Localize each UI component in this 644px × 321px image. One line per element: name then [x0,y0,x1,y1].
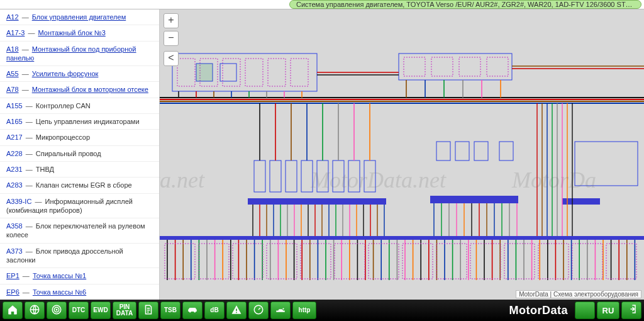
sidebar-item-a358[interactable]: A358 — Блок переключателей на рулевом ко… [0,218,159,244]
sidebar-item-ep6[interactable]: EP6 — Точка массы №6 [0,284,159,300]
exit-icon [626,303,637,317]
diagram-viewport[interactable]: + − < ta.net MotorData.net MotorDa Motor… [160,9,644,300]
brand-label: MotorData [509,304,569,317]
component-code: A358 [6,222,23,230]
sidebar-item-a283[interactable]: A283 — Клапан системы EGR в сборе [0,177,159,193]
component-name: Микропроцессор [36,133,90,141]
separator: — [20,45,31,53]
sidebar-item-a155[interactable]: A155 — Контроллер CAN [0,98,159,114]
footer-book-button[interactable] [575,301,595,319]
separator: — [24,133,35,141]
sidebar-item-a228[interactable]: A228 — Спиральный провод [0,146,159,162]
separator: — [24,166,35,173]
footer-home-button[interactable] [3,301,23,319]
svg-point-180 [282,308,284,309]
component-name: Спиральный провод [36,150,101,157]
separator: — [24,181,35,189]
target-icon [51,304,62,317]
language-button[interactable]: RU [597,301,619,319]
svg-rect-177 [236,309,237,312]
svg-point-176 [56,309,57,310]
footer-globe-button[interactable] [25,301,45,319]
component-code: A373 [6,247,23,255]
separator: — [24,150,35,157]
sidebar-item-a18[interactable]: A18 — Монтажный блок под приборной панел… [0,42,159,67]
footer-ewd-button[interactable]: EWD [91,301,111,319]
component-code: A228 [6,150,23,157]
separator: — [20,86,31,93]
footer-doc-button[interactable] [138,301,158,319]
sidebar-item-a55[interactable]: A55 — Усилитель форсунок [0,66,159,82]
button-label: DTC [72,307,86,313]
svg-rect-35 [562,198,600,205]
main: A12 — Блок управления двигателемA17-3 — … [0,9,644,300]
separator: — [24,102,35,110]
sidebar-item-a165[interactable]: A165 — Цепь управления индикаторами [0,114,159,130]
footer-tsb-button[interactable]: TSB [160,301,180,319]
footer-http-button[interactable]: http [292,301,316,319]
button-label: http [299,307,311,313]
component-name: Цепь управления индикаторами [36,118,140,125]
separator: — [24,222,35,230]
globe-icon [29,304,40,317]
component-code: A18 [6,45,19,53]
component-name: ТНВД [36,166,54,173]
component-name: Контроллер CAN [36,102,91,110]
svg-rect-9 [196,64,213,81]
separator: — [33,198,43,205]
header: Система управления двигателем, TOYOTA Ve… [0,0,644,9]
sidebar-item-a339-ic[interactable]: A339-IC — Информационный дисплей (комбин… [0,194,159,219]
component-name: Клапан системы EGR в сборе [36,181,132,189]
page-title-badge: Система управления двигателем, TOYOTA Ve… [289,0,641,9]
component-code: EP6 [6,288,19,296]
footer-target-button[interactable] [47,301,67,319]
zoom-in-button[interactable]: + [164,13,179,28]
component-code: A339-IC [6,198,31,205]
component-name: Монтажный блок №3 [38,29,105,37]
separator: — [20,13,31,21]
zoom-out-button[interactable]: − [164,31,179,46]
sidebar-item-ep1[interactable]: EP1 — Точка массы №1 [0,268,159,284]
separator: — [21,272,31,279]
component-name: Монтажный блок в моторном отсеке [32,86,148,93]
sidebar-item-a12[interactable]: A12 — Блок управления двигателем [0,9,159,25]
component-code: A283 [6,181,23,189]
sidebar-item-a231[interactable]: A231 — ТНВД [0,162,159,177]
component-code: A17-3 [6,29,25,37]
doc-icon [143,304,154,317]
button-label: TSB [164,307,177,313]
separator: — [21,288,31,296]
footer-db-button[interactable]: dB [204,301,225,319]
component-name: Точка массы №1 [33,272,86,279]
footer-gauge-button[interactable] [248,301,269,319]
svg-rect-33 [430,196,518,203]
svg-rect-178 [236,312,237,313]
svg-rect-36 [160,236,644,240]
component-code: A78 [6,86,19,93]
sidebar-item-a78[interactable]: A78 — Монтажный блок в моторном отсеке [0,82,159,98]
vehicle-icon [187,304,198,317]
sidebar[interactable]: A12 — Блок управления двигателемA17-3 — … [0,9,160,300]
footer-toolbar: DTCEWDPINDATATSBdBhttpMotorDataRU [0,300,644,321]
exit-button[interactable] [621,301,641,319]
wiring-diagram[interactable] [160,9,644,300]
svg-rect-28 [248,198,386,205]
separator: — [24,247,35,255]
footer-dtc-button[interactable]: DTC [69,301,89,319]
sidebar-item-a217[interactable]: A217 — Микропроцессор [0,130,159,145]
component-code: A12 [6,13,19,21]
footer-warning-button[interactable] [226,301,247,319]
separator: — [26,29,36,37]
component-code: A55 [6,70,19,77]
scroll-left-button[interactable]: < [164,51,179,66]
sidebar-item-a17-3[interactable]: A17-3 — Монтажный блок №3 [0,25,159,41]
button-label: dB [210,307,218,313]
component-name: Усилитель форсунок [32,70,99,77]
separator: — [24,118,35,125]
footer-vehicle-button[interactable] [182,301,203,319]
footer-pin-data-button[interactable]: PINDATA [113,301,136,319]
footer-oil-button[interactable] [270,301,291,319]
component-name: Блок управления двигателем [32,13,126,21]
sidebar-item-a373[interactable]: A373 — Блок привода дроссельной заслонки [0,244,159,269]
button-label: EWD [93,307,108,313]
